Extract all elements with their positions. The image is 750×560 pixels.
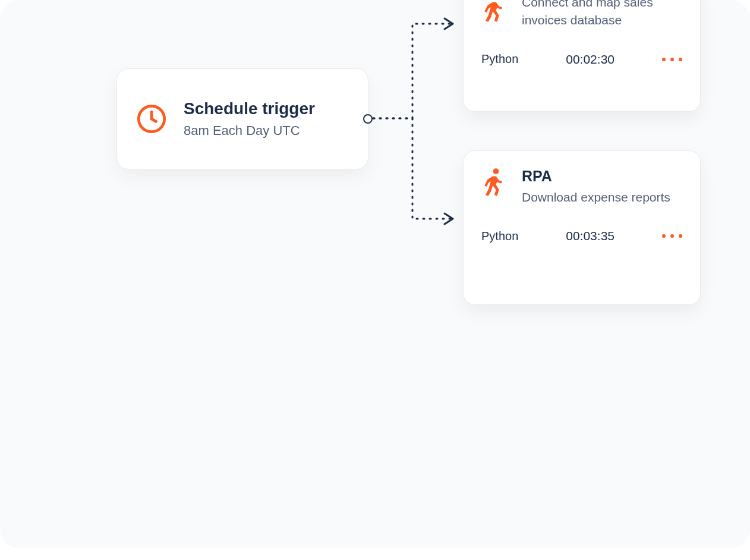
output-port[interactable] [363,114,373,124]
more-menu-button[interactable] [662,234,682,238]
workflow-canvas[interactable]: Schedule trigger 8am Each Day UTC Connec… [0,0,750,548]
clock-icon [136,103,167,134]
step-title: RPA [522,168,670,185]
step-text: RPA Download expense reports [522,168,670,206]
trigger-subtitle: 8am Each Day UTC [184,123,315,139]
step-description: Download expense reports [522,188,670,206]
trigger-title: Schedule trigger [184,99,315,118]
step-language-badge: Python [481,229,518,243]
step-node-database[interactable]: Connect and map sales invoices database … [463,0,701,112]
trigger-text: Schedule trigger 8am Each Day UTC [184,99,315,139]
step-node-rpa[interactable]: RPA Download expense reports Python 00:0… [463,150,701,305]
step-description: Connect and map sales invoices database [522,0,682,30]
more-menu-button[interactable] [662,58,682,61]
step-text: Connect and map sales invoices database [522,0,682,30]
step-footer: Python 00:03:35 [464,218,700,257]
step-duration: 00:02:30 [566,52,615,67]
svg-point-2 [493,168,499,174]
step-language-badge: Python [481,52,518,66]
trigger-node[interactable]: Schedule trigger 8am Each Day UTC [116,68,368,169]
person-walking-icon [481,0,506,23]
person-walking-icon [481,168,506,197]
step-duration: 00:03:35 [566,229,615,243]
step-footer: Python 00:02:30 [464,42,700,81]
